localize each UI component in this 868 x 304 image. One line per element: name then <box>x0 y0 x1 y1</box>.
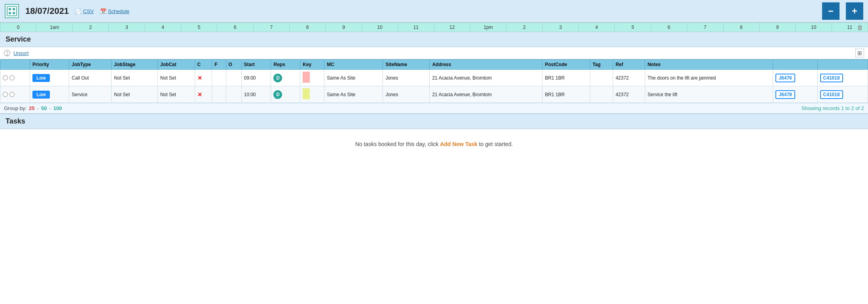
calendar-icon: 📅 <box>100 8 106 14</box>
no-tasks-text: No tasks booked for this day, click <box>355 141 439 147</box>
row-sitename: Jones <box>383 86 430 103</box>
row-reps: D <box>271 70 300 86</box>
unsort-bar: ? Unsort ⊞ <box>0 47 868 59</box>
tasks-body: No tasks booked for this day, click Add … <box>0 129 868 159</box>
row-o <box>226 70 241 86</box>
group-by-25[interactable]: 25 <box>29 105 34 111</box>
job-ref-button[interactable]: J6478 <box>775 90 795 99</box>
row-key <box>300 70 324 86</box>
col-checkbox <box>0 60 30 70</box>
col-address: Address <box>430 60 542 70</box>
row-sitename: Jones <box>383 70 430 86</box>
header-date: 18/07/2021 <box>25 6 69 16</box>
row-ref: 42372 <box>613 86 645 103</box>
timeline-cell: 7 <box>254 23 290 32</box>
col-notes: Notes <box>645 60 773 70</box>
row-reps: D <box>271 86 300 103</box>
col-btn2 <box>817 60 868 70</box>
col-start: Start <box>241 60 271 70</box>
radio-input[interactable] <box>3 75 8 80</box>
table-footer: Group by: 25 - 50 - 100 Showing records … <box>0 103 868 113</box>
row-start: 10:00 <box>241 86 271 103</box>
row-jobstage: Not Set <box>112 70 158 86</box>
group-by-100[interactable]: 100 <box>53 105 62 111</box>
group-by-50[interactable]: 50 <box>41 105 47 111</box>
grid-view-icon[interactable]: ⊞ <box>855 49 864 57</box>
row-priority: Low <box>30 86 69 103</box>
row-priority: Low <box>30 70 69 86</box>
row-tag <box>590 86 613 103</box>
svg-rect-0 <box>7 6 17 16</box>
row-notes: Service the lift <box>645 86 773 103</box>
row-o <box>226 86 241 103</box>
timeline-cell: 8 <box>290 23 326 32</box>
row-address: 21 Acacia Avenue, Bromtom <box>430 86 542 103</box>
schedule-link[interactable]: 📅 Schedule <box>100 8 129 14</box>
row-btn1-cell: J6476 <box>773 70 817 86</box>
timeline-cell: 10 <box>362 23 398 32</box>
col-jobtype: JobType <box>69 60 112 70</box>
timeline-cell: 12 <box>434 23 470 32</box>
unsort-link[interactable]: Unsort <box>13 50 28 56</box>
add-new-task-link[interactable]: Add New Task <box>440 141 478 147</box>
timeline-cell: 6 <box>217 23 253 32</box>
svg-rect-1 <box>9 8 11 10</box>
row-jobcat: Not Set <box>158 86 195 103</box>
row-key <box>300 86 324 103</box>
row-radio-cell <box>0 70 30 86</box>
radio-input[interactable] <box>9 92 15 97</box>
service-section-header: Service <box>0 32 868 47</box>
group-by: Group by: 25 - 50 - 100 <box>4 105 62 111</box>
radio-input[interactable] <box>9 75 15 80</box>
timeline-cell: 2 <box>506 23 542 32</box>
row-postcode: BR1 1BR <box>542 70 590 86</box>
timeline-cell: 3 <box>543 23 579 32</box>
showing-records: Showing records 1 to 2 of 2 <box>802 105 864 111</box>
row-jobcat: Not Set <box>158 70 195 86</box>
app-icon <box>5 4 19 18</box>
row-btn1-cell: J6478 <box>773 86 817 103</box>
row-btn2-cell: C41018 <box>817 86 868 103</box>
row-jobstage: Not Set <box>112 86 158 103</box>
trash-icon[interactable]: 🗑 <box>857 24 863 31</box>
row-notes: The doors on the lift are jammed <box>645 70 773 86</box>
radio-input[interactable] <box>3 92 8 97</box>
csv-icon: 📄 <box>75 8 81 14</box>
row-btn2-cell: C41018 <box>817 70 868 86</box>
priority-badge: Low <box>32 74 50 82</box>
x-mark: ✕ <box>197 75 202 81</box>
col-btn1 <box>773 60 817 70</box>
job-ref-button[interactable]: J6476 <box>775 74 795 82</box>
zoom-in-button[interactable]: + <box>846 2 863 20</box>
timeline-cell: 3 <box>109 23 145 32</box>
csv-link[interactable]: 📄 CSV <box>75 8 94 14</box>
group-by-label: Group by: <box>4 105 27 111</box>
timeline-cell: 6 <box>651 23 687 32</box>
row-f <box>212 86 226 103</box>
row-radio-cell <box>0 86 30 103</box>
row-mc: Same As Site <box>324 70 383 86</box>
timeline-cell: 9 <box>760 23 796 32</box>
row-jobtype: Call Out <box>69 70 112 86</box>
row-c: ✕ <box>195 86 212 103</box>
zoom-out-button[interactable]: − <box>822 2 840 20</box>
col-jobcat: JobCat <box>158 60 195 70</box>
customer-ref-button[interactable]: C41018 <box>820 74 843 82</box>
reps-circle: D <box>273 74 282 82</box>
timeline-cell: 4 <box>579 23 615 32</box>
col-ref: Ref <box>613 60 645 70</box>
col-o: O <box>226 60 241 70</box>
timeline-cell: 9 <box>326 23 362 32</box>
col-postcode: PostCode <box>542 60 590 70</box>
header: 18/07/2021 📄 CSV 📅 Schedule − + <box>0 0 868 23</box>
table-row: LowCall OutNot SetNot Set✕09:00DSame As … <box>0 70 868 86</box>
timeline-cell: 1pm <box>470 23 506 32</box>
customer-ref-button[interactable]: C41018 <box>820 90 843 99</box>
priority-badge: Low <box>32 91 50 99</box>
timeline-cell: 7 <box>687 23 723 32</box>
timeline-cell: 0 <box>0 23 36 32</box>
reps-circle: D <box>273 90 282 99</box>
row-start: 09:00 <box>241 70 271 86</box>
timeline-cell: 8 <box>724 23 760 32</box>
col-c: C <box>195 60 212 70</box>
